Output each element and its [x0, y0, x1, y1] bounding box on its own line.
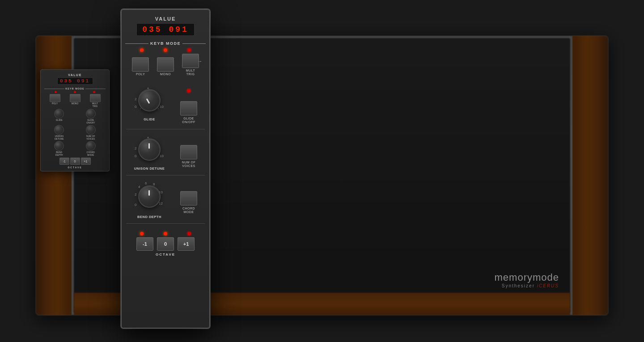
sp-unison-label: UNISONDETUNE [55, 135, 64, 140]
octave-led-3 [187, 232, 191, 235]
mono-label: MONO [157, 73, 174, 76]
keyb-led-1 [140, 48, 144, 52]
bend-knob-indicator [148, 190, 150, 196]
svg-text:0: 0 [135, 105, 137, 109]
chord-mode-label: CHORDMODE [182, 207, 195, 214]
glide-knob[interactable] [138, 89, 161, 111]
bend-scale: 0 6 10 12 2 4 8 [134, 180, 165, 214]
sp-bend-container: BENDDEPTH [54, 141, 64, 156]
num-voices-label: NUM OFVOICES [182, 161, 196, 168]
sp-poly-label: POLY [50, 102, 60, 105]
glide-row: 0 5 10 2 8 GLIDE G [122, 83, 209, 126]
header-line-right [182, 43, 206, 44]
sp-num-voices-container: NUM OFVOICES [86, 125, 96, 140]
sp-knob-row-2: UNISONDETUNE NUM OFVOICES [41, 125, 109, 140]
sp-glide-container: GLIDE [54, 109, 64, 124]
svg-text:10: 10 [160, 105, 164, 109]
svg-text:2: 2 [135, 146, 137, 150]
synth-subtitle: Synthesizer iCERUS [495, 283, 559, 288]
brand-name: iCERUS [537, 283, 559, 288]
sp-poly-btn[interactable] [50, 94, 60, 102]
num-voices-button[interactable] [180, 145, 197, 159]
value-section: VALUE 035 091 [122, 14, 209, 38]
wood-panel-right [572, 36, 608, 315]
sp-chord-knob[interactable] [86, 141, 96, 151]
sp-oct-plus-btn[interactable]: +1 [81, 158, 91, 165]
glide-onoff-label: GLIDEON/OFF [182, 117, 195, 124]
glide-onoff-button[interactable] [180, 101, 197, 115]
poly-btn-group: POLY [132, 57, 149, 76]
divider-3 [126, 223, 205, 224]
divider-2 [126, 175, 205, 175]
sp-display: 035 091 [57, 77, 93, 85]
svg-text:4: 4 [138, 185, 140, 189]
value-numbers: 035 091 [142, 25, 189, 34]
sp-glide-onoff-container: GLIDEON/OFF [86, 109, 96, 124]
octave-label: OCTAVE [156, 252, 175, 256]
small-panel: VALUE 035 091 KEYB MODE POLY MONO [40, 69, 110, 171]
unison-row: 0 5 10 2 8 UNISON DETUNE NUM OFVOICES [122, 132, 209, 172]
octave-zero-button[interactable]: 0 [157, 237, 174, 251]
chord-mode-group: CHORDMODE [180, 180, 197, 214]
unison-scale: 0 5 10 2 8 [134, 134, 165, 165]
num-voices-group: NUM OFVOICES [180, 134, 197, 168]
sp-num-voices-knob[interactable] [86, 125, 96, 135]
keyb-mode-section: KEYB MODE POLY MONO MULTTRIG [122, 38, 209, 83]
octave-minus-button[interactable]: -1 [136, 237, 153, 251]
poly-label: POLY [132, 73, 149, 76]
sp-bend-knob[interactable] [54, 141, 64, 151]
unison-knob[interactable] [138, 138, 161, 161]
keyb-mode-title: KEYB MODE [150, 41, 181, 46]
sp-glide-onoff-knob[interactable] [86, 109, 96, 119]
bend-container: 0 6 10 12 2 4 8 BEND DEPTH [134, 180, 165, 219]
glide-knob-indicator [146, 98, 150, 104]
sp-glide-onoff-label: GLIDEON/OFF [86, 119, 95, 124]
mult-trig-button[interactable] [182, 54, 199, 68]
glide-onoff-group: GLIDEON/OFF [180, 85, 197, 124]
synth-logo: memorymode [495, 272, 559, 283]
sp-header-line-left [44, 89, 64, 89]
sp-header-line-right [85, 89, 106, 89]
sp-chord-label: CHORDMODE [87, 151, 95, 156]
svg-text:10: 10 [160, 154, 164, 158]
keyb-led-row [125, 48, 206, 52]
sp-keyb-mode-title: KEYB MODE [65, 87, 84, 90]
sp-knob-row-1: GLIDE GLIDEON/OFF [41, 109, 109, 124]
octave-led-1 [140, 232, 144, 235]
sp-unison-container: UNISONDETUNE [54, 125, 64, 140]
svg-text:2: 2 [135, 192, 137, 197]
sp-led-3 [93, 91, 95, 93]
mode-buttons-row: POLY MONO MULTTRIG [125, 54, 206, 77]
poly-button[interactable] [132, 57, 149, 72]
glide-onoff-led [187, 89, 191, 93]
octave-led-row [125, 232, 206, 235]
sp-mult-trig-label: MULTTRIG [90, 102, 101, 107]
mult-trig-label: MULTTRIG [182, 69, 199, 77]
unison-container: 0 5 10 2 8 UNISON DETUNE [134, 134, 165, 171]
glide-label: GLIDE [144, 117, 155, 121]
bend-row: 0 6 10 12 2 4 8 BEND DEPTH CHORDMODE [122, 178, 209, 221]
header-line-left [125, 43, 148, 44]
sp-oct-minus-btn[interactable]: -1 [59, 158, 69, 165]
sp-oct-zero-btn[interactable]: 0 [70, 158, 80, 165]
octave-buttons-row: -1 0 +1 [136, 237, 195, 251]
mono-button[interactable] [157, 57, 174, 72]
sp-glide-knob[interactable] [54, 109, 64, 119]
svg-text:2: 2 [135, 97, 137, 101]
sp-chord-container: CHORDMODE [86, 141, 96, 156]
sp-led-1 [55, 91, 57, 93]
sp-knob-row-3: BENDDEPTH CHORDMODE [41, 141, 109, 156]
divider-1 [126, 129, 205, 129]
keyb-led-2 [164, 48, 167, 52]
sp-mono-btn[interactable] [70, 94, 80, 102]
octave-plus-button[interactable]: +1 [178, 237, 195, 251]
chord-mode-button[interactable] [180, 191, 197, 205]
svg-text:6: 6 [145, 181, 147, 185]
sp-mult-trig-btn[interactable] [90, 94, 101, 102]
sp-unison-knob[interactable] [54, 125, 64, 135]
sp-mono-label: MONO [70, 102, 80, 105]
large-panel: VALUE 035 091 KEYB MODE POLY MONO [121, 9, 210, 329]
bend-knob[interactable] [138, 185, 161, 208]
sp-value-title: VALUE [41, 73, 109, 77]
value-title: VALUE [122, 16, 209, 21]
